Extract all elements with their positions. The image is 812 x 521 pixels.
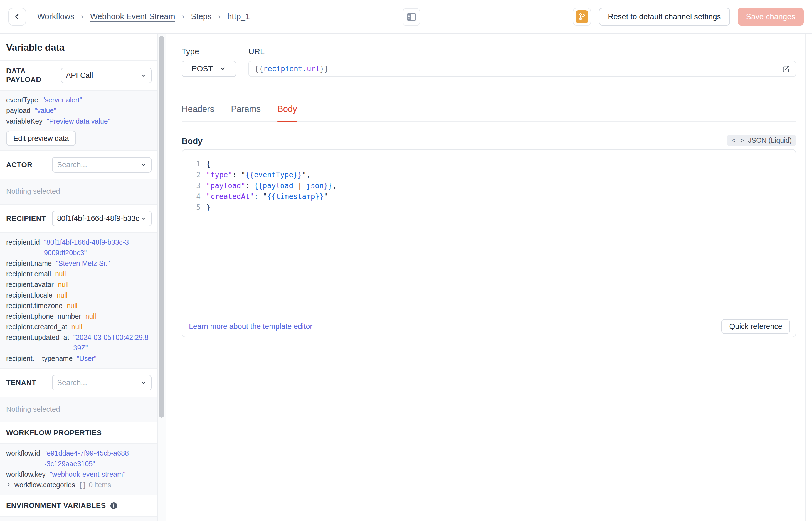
code-line: 5}: [182, 202, 795, 213]
chevron-down-icon: [141, 216, 147, 222]
breadcrumb-workflow-name[interactable]: Webhook Event Stream: [90, 12, 175, 21]
code-line: 1{: [182, 159, 795, 169]
top-bar: Workflows › Webhook Event Stream › Steps…: [0, 0, 812, 34]
payload-variable-row: variableKey "Preview data value": [6, 116, 151, 126]
actor-empty-panel: Nothing selected: [0, 179, 158, 204]
url-field: URL {{recipient.url}}: [248, 47, 796, 77]
body-template-editor: 1{2"type": "{{eventType}}",3"payload": {…: [182, 149, 796, 337]
url-input[interactable]: {{recipient.url}}: [248, 61, 796, 77]
line-number: 4: [182, 191, 200, 202]
body-section-header: Body < > JSON (Liquid): [182, 135, 796, 146]
recipient-property-row: recipient.avatar null: [6, 279, 151, 290]
payload-variable-row: eventType "server:alert": [6, 95, 151, 105]
sidebar-toggle-button[interactable]: [403, 8, 420, 26]
info-icon[interactable]: [110, 502, 118, 509]
recipient-property-row: recipient.id "80f1f4bf-166d-48f9-b33c-39…: [6, 237, 151, 258]
breadcrumb-step-name: http_1: [227, 12, 250, 21]
right-gutter: [805, 34, 812, 521]
language-badge[interactable]: < > JSON (Liquid): [727, 135, 796, 146]
recipient-properties-panel: recipient.id "80f1f4bf-166d-48f9-b33c-39…: [0, 232, 158, 368]
recipient-property-row: recipient.phone_number null: [6, 311, 151, 321]
payload-preview-panel: eventType "server:alert" payload "value"…: [0, 90, 158, 150]
url-label: URL: [248, 47, 796, 56]
body-label: Body: [182, 136, 202, 146]
recipient-property-row: recipient.email null: [6, 269, 151, 279]
items-count: 0 items: [89, 479, 111, 490]
line-number: 5: [182, 202, 200, 213]
workflow-property-row: workflow.key "webhook-event-stream": [6, 469, 151, 479]
breadcrumb: Workflows › Webhook Event Stream › Steps…: [37, 12, 250, 21]
request-config-row: Type POST URL {{recipient.url}}: [182, 47, 796, 77]
reset-channel-settings-button[interactable]: Reset to default channel settings: [599, 8, 730, 26]
git-branch-icon: [576, 10, 588, 23]
save-changes-button[interactable]: Save changes: [738, 8, 804, 26]
code-brackets-icon: < >: [731, 137, 745, 144]
type-field: Type POST: [182, 47, 236, 77]
chevron-down-icon: [141, 72, 147, 78]
recipient-label: RECIPIENT: [6, 214, 46, 223]
breadcrumb-steps[interactable]: Steps: [191, 12, 211, 21]
step-editor-main: Type POST URL {{recipient.url}} Header: [167, 34, 812, 521]
quick-reference-button[interactable]: Quick reference: [721, 319, 790, 334]
chevron-left-icon: [14, 13, 21, 20]
edit-preview-data-button[interactable]: Edit preview data: [6, 131, 76, 146]
type-label: Type: [182, 47, 236, 56]
external-link-icon[interactable]: [782, 65, 791, 73]
code-text: "payload": {{payload | json}},: [200, 180, 337, 191]
topbar-actions: Reset to default channel settings Save c…: [573, 7, 804, 26]
actor-row: ACTOR Search...: [0, 150, 158, 179]
chevron-down-icon: [141, 380, 147, 386]
data-payload-label: DATA PAYLOAD: [6, 67, 61, 84]
data-payload-select[interactable]: API Call: [61, 68, 151, 83]
tenant-label: TENANT: [6, 379, 37, 387]
workflow-properties-header: WORKFLOW PROPERTIES: [0, 422, 158, 443]
breadcrumb-separator: ›: [218, 12, 221, 21]
actor-label: ACTOR: [6, 161, 32, 169]
breadcrumb-separator: ›: [182, 12, 185, 21]
request-tabs: Headers Params Body: [182, 104, 796, 122]
recipient-property-row: recipient.timezone null: [6, 300, 151, 311]
empty-array-brackets: [ ]: [79, 479, 86, 490]
editor-footer: Learn more about the template editor Qui…: [182, 316, 795, 337]
panel-layout-icon: [407, 13, 416, 21]
recipient-row: RECIPIENT 80f1f4bf-166d-48f9-b33c: [0, 204, 158, 232]
commit-changes-button[interactable]: [573, 7, 591, 26]
environment-variables-panel: vars.app_url "http://localhost:3000" var…: [0, 516, 158, 521]
data-payload-row: DATA PAYLOAD API Call: [0, 60, 158, 90]
line-number: 1: [182, 159, 200, 169]
tenant-row: TENANT Search...: [0, 368, 158, 397]
recipient-select[interactable]: 80f1f4bf-166d-48f9-b33c: [52, 211, 151, 226]
code-line: 3"payload": {{payload | json}},: [182, 180, 795, 191]
panel-title: Variable data: [0, 34, 158, 60]
recipient-property-row: recipient.created_at null: [6, 321, 151, 332]
line-number: 3: [182, 180, 200, 191]
actor-search-select[interactable]: Search...: [52, 157, 151, 173]
tab[interactable]: Params: [231, 104, 261, 121]
code-text: "createdAt": "{{timestamp}}": [200, 191, 328, 202]
code-line: 2"type": "{{eventType}}",: [182, 169, 795, 180]
recipient-property-row: recipient.updated_at "2024-03-05T00:42:2…: [6, 332, 151, 353]
template-editor-docs-link[interactable]: Learn more about the template editor: [189, 322, 312, 331]
workflow-property-row: workflow.id "e91ddae4-7f99-45cb-a688-3c1…: [6, 448, 151, 469]
method-select[interactable]: POST: [182, 61, 236, 77]
recipient-property-row: recipient.__typename "User": [6, 353, 151, 364]
code-text: "type": "{{eventType}}",: [200, 169, 311, 180]
breadcrumb-workflows[interactable]: Workflows: [37, 12, 74, 21]
tenant-search-select[interactable]: Search...: [52, 375, 151, 390]
sidebar-scrollbar-track[interactable]: [157, 34, 166, 521]
tenant-empty-text: Nothing selected: [6, 401, 151, 417]
back-button[interactable]: [8, 8, 26, 26]
code-editor-area[interactable]: 1{2"type": "{{eventType}}",3"payload": {…: [182, 150, 795, 316]
workflow-properties-panel: workflow.id "e91ddae4-7f99-45cb-a688-3c1…: [0, 443, 158, 495]
tab[interactable]: Headers: [182, 104, 214, 121]
sidebar-scrollbar-thumb[interactable]: [159, 36, 164, 418]
actor-empty-text: Nothing selected: [6, 183, 151, 200]
tab[interactable]: Body: [277, 104, 297, 121]
code-line: 4"createdAt": "{{timestamp}}": [182, 191, 795, 202]
url-value: {{recipient.url}}: [255, 65, 329, 73]
variable-data-panel: Variable data DATA PAYLOAD API Call even…: [0, 34, 166, 521]
breadcrumb-separator: ›: [81, 12, 83, 21]
line-number: 2: [182, 169, 200, 180]
environment-variables-header: ENVIRONMENT VARIABLES: [0, 495, 158, 516]
workflow-categories-row[interactable]: workflow.categories [ ] 0 items: [6, 479, 151, 490]
